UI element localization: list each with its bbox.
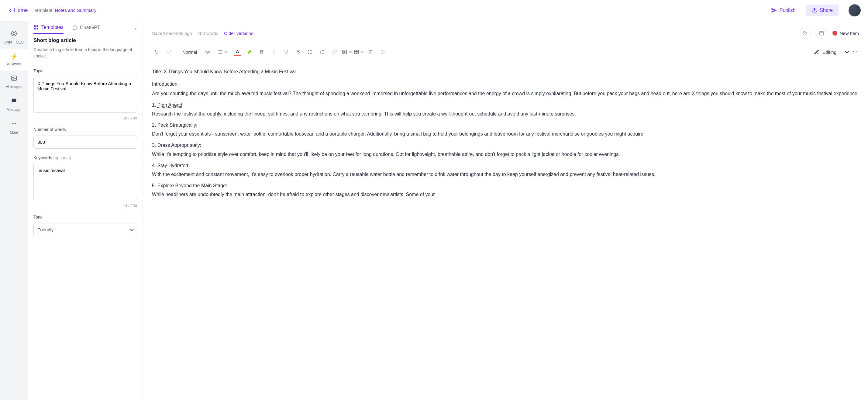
new-item-label: New Item: [840, 31, 859, 36]
svg-point-7: [12, 77, 14, 78]
link-button[interactable]: [330, 47, 339, 57]
schedule-button[interactable]: [816, 28, 827, 39]
doc-s5-text: While headliners are undoubtedly the mai…: [152, 190, 859, 198]
bolt-icon: ⚡: [10, 53, 18, 60]
toolbar-more-button[interactable]: [851, 48, 859, 57]
topic-input[interactable]: X Things You Should Know Before Attendin…: [33, 77, 137, 113]
numbered-list-button[interactable]: 123: [318, 47, 327, 57]
keywords-char-count: 14 / 200: [33, 203, 137, 208]
sidebar-item-ai-images[interactable]: AI Images: [0, 70, 28, 93]
svg-point-1: [13, 32, 15, 34]
chevron-down-icon: [129, 227, 134, 231]
image-insert-button[interactable]: [342, 49, 351, 55]
svg-point-24: [308, 52, 309, 52]
svg-text:3: 3: [320, 52, 321, 54]
tab-label: ChatGPT: [80, 25, 100, 30]
underline-button[interactable]: U: [281, 47, 291, 57]
words-label: Number of words: [33, 127, 137, 132]
doc-s5-title: 5. Explore Beyond the Main Stage:: [152, 181, 859, 190]
strikethrough-button[interactable]: S: [293, 47, 303, 57]
italic-button[interactable]: I: [269, 47, 279, 57]
home-button[interactable]: Home: [7, 7, 28, 13]
doc-s3-text: While it's tempting to prioritize style …: [152, 150, 859, 158]
svg-rect-11: [34, 25, 36, 27]
saved-status: Saved seconds ago: [152, 31, 192, 36]
svg-point-43: [853, 51, 854, 52]
tab-label: Templates: [41, 25, 64, 30]
svg-point-0: [11, 31, 17, 36]
tab-chatgpt[interactable]: ChatGPT: [72, 25, 100, 33]
tone-select[interactable]: Friendly: [33, 223, 137, 236]
template-name-link[interactable]: Notes and Summary: [55, 8, 97, 13]
sidebar-label: AI Writer: [7, 62, 21, 66]
keywords-input[interactable]: music festival: [33, 164, 137, 200]
older-versions-link[interactable]: Older versions: [224, 31, 253, 36]
clear-format-button[interactable]: [366, 47, 375, 57]
doc-title: Title: X Things You Should Know Before A…: [152, 67, 859, 76]
svg-point-10: [15, 123, 17, 124]
template-label: Template:: [34, 8, 55, 13]
insert-button[interactable]: [378, 47, 388, 57]
add-collaborator-button[interactable]: [800, 28, 811, 39]
sidebar-label: More: [10, 130, 18, 135]
doc-intro: Are you counting the days until the much…: [152, 89, 859, 98]
svg-point-23: [308, 51, 309, 51]
editing-label: Editing: [823, 50, 836, 55]
share-button[interactable]: Share: [806, 5, 839, 16]
svg-point-36: [344, 51, 345, 52]
sidebar-label: Message: [7, 107, 22, 112]
sidebar-label: AI Images: [6, 85, 22, 89]
bold-button[interactable]: B: [257, 47, 267, 57]
tone-value: Friendly: [37, 227, 54, 232]
svg-point-15: [803, 31, 805, 33]
text-color-button[interactable]: A: [232, 47, 242, 57]
template-breadcrumb: Template: Notes and Summary: [34, 8, 96, 13]
more-icon: [11, 120, 17, 129]
redo-button[interactable]: [164, 47, 174, 57]
svg-point-25: [308, 53, 309, 54]
tone-label: Tone: [33, 215, 137, 219]
align-button[interactable]: [218, 49, 227, 55]
doc-s1-text: Research the festival thoroughly, includ…: [152, 110, 859, 118]
chevron-down-icon: [206, 49, 210, 54]
words-input[interactable]: [33, 135, 137, 149]
chevron-down-icon: [225, 50, 228, 53]
image-icon: [11, 75, 17, 83]
sidebar-label: Brief + SEO: [4, 40, 24, 44]
word-count: 400 words: [197, 31, 219, 36]
document-content[interactable]: Title: X Things You Should Know Before A…: [143, 61, 868, 400]
chevron-down-icon: [845, 49, 849, 54]
user-avatar[interactable]: [848, 4, 861, 17]
svg-point-9: [13, 123, 14, 124]
sidebar-item-message[interactable]: Message: [0, 93, 28, 116]
sidebar-item-ai-writer[interactable]: ⚡ AI Writer: [0, 49, 28, 70]
left-sidebar: Brief + SEO ⚡ AI Writer AI Images Messag…: [0, 21, 28, 400]
keywords-label: Keywords (optional): [33, 155, 137, 160]
home-label: Home: [14, 7, 28, 13]
chat-icon: [11, 98, 17, 106]
chevron-down-icon: [361, 50, 364, 53]
sidebar-item-brief-seo[interactable]: Brief + SEO: [0, 26, 28, 49]
new-item-indicator[interactable]: New Item: [832, 31, 859, 36]
panel-title: Short blog article: [33, 37, 137, 43]
topic-char-count: 58 / 100: [33, 116, 137, 120]
undo-button[interactable]: [152, 47, 162, 57]
svg-rect-14: [37, 28, 38, 29]
status-dot-icon: [832, 31, 837, 36]
svg-point-8: [12, 123, 13, 124]
svg-rect-13: [34, 28, 36, 29]
doc-s4-title: 4. Stay Hydrated:: [152, 161, 859, 170]
collapse-panel-button[interactable]: [132, 25, 140, 34]
svg-point-45: [856, 51, 857, 52]
chevron-down-icon: [349, 50, 352, 53]
sidebar-item-more[interactable]: More: [0, 116, 28, 139]
editing-mode-select[interactable]: Editing: [814, 49, 848, 55]
highlight-button[interactable]: [245, 47, 254, 57]
text-style-select[interactable]: Normal: [179, 48, 212, 57]
editor-toolbar: Normal A B I U S 123: [143, 45, 868, 61]
publish-button[interactable]: Publish: [767, 5, 800, 16]
bullet-list-button[interactable]: [305, 47, 315, 57]
tab-templates[interactable]: Templates: [33, 25, 64, 34]
table-insert-button[interactable]: [354, 49, 363, 55]
share-label: Share: [820, 8, 833, 13]
